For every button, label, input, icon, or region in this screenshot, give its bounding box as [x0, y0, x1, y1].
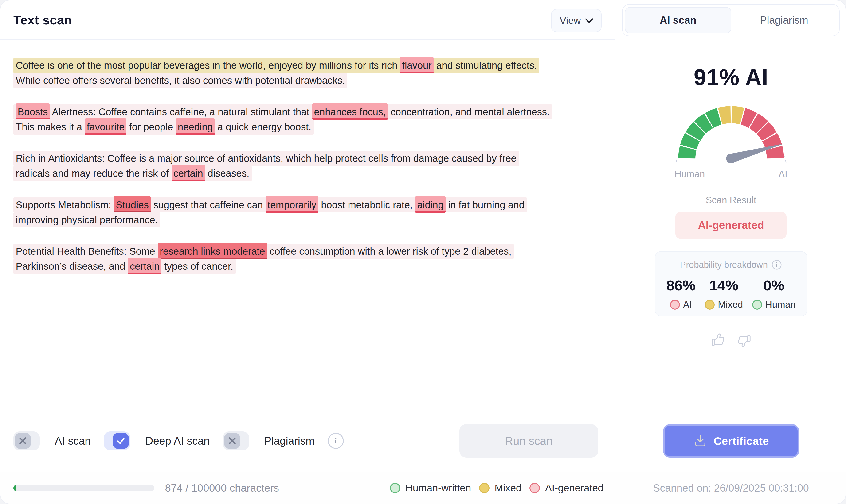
paragraph: Potential Health Benefits: Some research…	[13, 244, 607, 274]
thumbs-down-icon[interactable]	[737, 332, 752, 348]
highlight-legend: Human-writtenMixedAI-generated	[390, 482, 603, 494]
view-dropdown-label: View	[559, 15, 581, 26]
tab-plagiarism[interactable]: Plagiarism	[731, 7, 837, 33]
paragraph: Supports Metabolism: Studies suggest tha…	[13, 197, 607, 228]
paragraph: Rich in Antioxidants: Coffee is a major …	[13, 151, 607, 181]
probability-dot-human	[752, 300, 762, 310]
certificate-button[interactable]: Certificate	[663, 424, 799, 457]
probability-values: 86%AI14%Mixed0%Human	[661, 277, 801, 310]
flagged-word[interactable]: certain	[172, 165, 205, 181]
mixed-sentence-highlight: Coffee is one of the most popular bevera…	[13, 58, 539, 73]
thumbs-up-icon[interactable]	[710, 332, 726, 348]
main-header: Text scan View	[0, 0, 615, 40]
character-count: 874 / 100000 characters	[165, 482, 279, 494]
probability-item-human: 0%Human	[752, 277, 796, 310]
gauge-axis-labels: Human AI	[672, 169, 790, 179]
text-scan-app: Text scan View Coffee is one of the most…	[0, 0, 846, 504]
run-scan-button[interactable]: Run scan	[460, 424, 598, 457]
flagged-word[interactable]: flavour	[400, 57, 434, 73]
ai-sentence-highlight: This makes it a favourite for people nee…	[13, 120, 314, 134]
probability-breakdown-card: Probability breakdown 86%AI14%Mixed0%Hum…	[655, 251, 808, 317]
flagged-word[interactable]: aiding	[415, 196, 445, 213]
legend-label: Mixed	[495, 482, 522, 494]
ai-sentence-highlight: Parkinson’s disease, and certain types o…	[13, 259, 236, 274]
ai-sentence-highlight: improving physical performance.	[13, 213, 160, 228]
text-line: Supports Metabolism: Studies suggest tha…	[13, 197, 607, 213]
flagged-word[interactable]: Boosts	[16, 103, 50, 120]
ai-sentence-highlight: Potential Health Benefits: Some research…	[13, 244, 514, 259]
tab-plagiarism-label: Plagiarism	[760, 14, 808, 26]
sidebar-footer: Scanned on: 26/09/2025 00:31:00	[616, 472, 846, 504]
probability-label: Mixed	[718, 299, 743, 310]
probability-label: AI	[683, 299, 692, 310]
legend-label: AI-generated	[545, 482, 603, 494]
text-line: improving physical performance.	[13, 213, 607, 228]
probability-dot-ai	[670, 300, 680, 310]
ai-sentence-highlight: Supports Metabolism: Studies suggest tha…	[13, 197, 527, 213]
character-progress-fill	[13, 485, 16, 491]
chevron-down-icon	[585, 18, 593, 23]
toggle-plagiarism[interactable]	[223, 431, 249, 450]
view-dropdown-button[interactable]: View	[551, 9, 602, 32]
flagged-word[interactable]: needing	[176, 118, 214, 135]
page-title: Text scan	[13, 13, 72, 27]
scan-result-badge: AI-generated	[675, 212, 787, 239]
toggle-label-ai-scan: AI scan	[55, 434, 91, 447]
text-line: While coffee offers several benefits, it…	[13, 73, 607, 88]
gauge-chart	[672, 100, 790, 165]
flagged-word[interactable]: favourite	[85, 118, 126, 135]
flagged-word[interactable]: certain	[128, 258, 161, 274]
ai-sentence-highlight: radicals and may reduce the risk of cert…	[13, 166, 252, 181]
legend-item-ai-generated: AI-generated	[530, 482, 603, 494]
text-line: Boosts Alertness: Coffee contains caffei…	[13, 105, 607, 120]
probability-item-mixed: 14%Mixed	[705, 277, 743, 310]
toggle-label-deep-ai-scan: Deep AI scan	[145, 434, 210, 447]
probability-dot-mixed	[705, 300, 715, 310]
tab-ai-scan[interactable]: AI scan	[625, 7, 731, 33]
gauge-label-ai: AI	[779, 169, 788, 179]
ai-sentence-highlight: Rich in Antioxidants: Coffee is a major …	[13, 151, 519, 166]
x-icon	[15, 433, 31, 449]
toggle-label-plagiarism: Plagiarism	[264, 434, 315, 447]
ai-sentence-highlight: Boosts Alertness: Coffee contains caffei…	[13, 105, 552, 120]
legend-label: Human-written	[405, 482, 471, 494]
scan-options-info-icon[interactable]	[328, 433, 344, 449]
tab-ai-scan-label: AI scan	[660, 14, 696, 26]
scan-result-label: Scan Result	[616, 195, 846, 205]
main-footer: 874 / 100000 characters Human-writtenMix…	[0, 472, 615, 504]
text-line: Potential Health Benefits: Some research…	[13, 244, 607, 259]
legend-item-mixed: Mixed	[479, 482, 522, 494]
text-line: Parkinson’s disease, and certain types o…	[13, 259, 607, 274]
toggle-deep-ai-scan[interactable]	[104, 431, 130, 450]
scan-options-row: AI scanDeep AI scanPlagiarism	[13, 424, 344, 457]
legend-dot-ai	[530, 483, 540, 493]
sidebar-divider	[616, 408, 846, 409]
probability-label: Human	[765, 299, 796, 310]
flagged-word[interactable]: research links moderate	[158, 243, 267, 259]
flagged-word[interactable]: enhances focus,	[312, 103, 388, 120]
scanned-text-document[interactable]: Coffee is one of the most popular bevera…	[13, 58, 607, 290]
probability-item-ai: 86%AI	[667, 277, 696, 310]
feedback-row	[616, 332, 846, 348]
paragraph: Coffee is one of the most popular bevera…	[13, 58, 607, 88]
check-icon	[113, 433, 129, 449]
results-sidebar: AI scan Plagiarism 91% AI Human AI Scan …	[616, 0, 846, 504]
result-tabs: AI scan Plagiarism	[622, 4, 840, 36]
character-progress-bar	[13, 485, 154, 491]
download-icon	[693, 434, 708, 448]
flagged-word[interactable]: temporarily	[266, 196, 318, 213]
text-line: This makes it a favourite for people nee…	[13, 120, 607, 134]
ai-sentence-highlight: While coffee offers several benefits, it…	[13, 73, 347, 88]
info-icon[interactable]	[772, 259, 782, 270]
certificate-button-label: Certificate	[714, 434, 769, 447]
gauge-label-human: Human	[675, 169, 705, 179]
toggle-group-deep-ai-scan: Deep AI scan	[104, 431, 210, 450]
ai-score: 91% AI	[616, 64, 846, 90]
toggle-ai-scan[interactable]	[13, 431, 40, 450]
x-icon	[224, 433, 240, 449]
legend-dot-mixed	[479, 483, 489, 493]
flagged-word[interactable]: Studies	[114, 196, 151, 213]
legend-dot-human	[390, 483, 400, 493]
text-line: Rich in Antioxidants: Coffee is a major …	[13, 151, 607, 166]
toggle-group-plagiarism: Plagiarism	[223, 431, 315, 450]
